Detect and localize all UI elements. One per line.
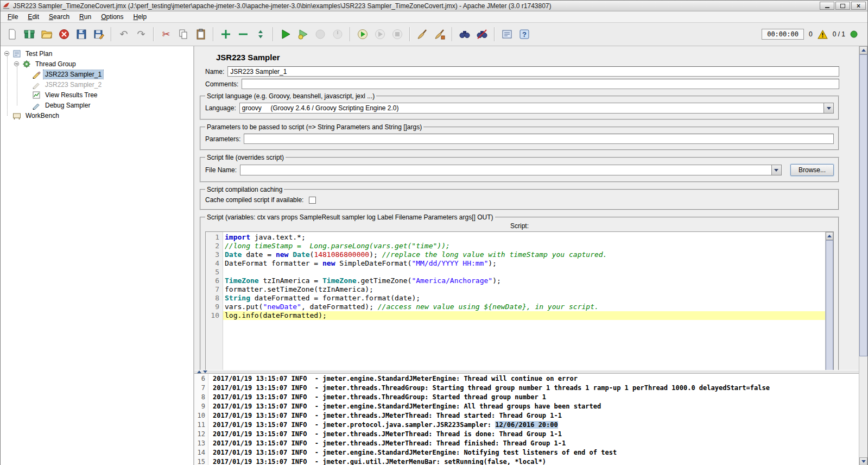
remote-start-button[interactable] <box>354 26 371 42</box>
scrollbar-thumb[interactable] <box>826 240 833 370</box>
search-button[interactable] <box>457 26 473 42</box>
name-label: Name: <box>205 68 224 76</box>
start-button[interactable] <box>277 26 294 42</box>
menu-help[interactable]: Help <box>129 12 152 22</box>
toggle-button[interactable] <box>252 26 269 42</box>
parameters-input[interactable] <box>244 134 834 144</box>
remote-start-all-button[interactable] <box>372 26 388 42</box>
scroll-down-icon[interactable] <box>859 457 867 465</box>
log-lines: 2017/01/19 13:15:07 INFO - jmeter.engine… <box>208 374 859 465</box>
expand-all-button[interactable] <box>218 26 234 42</box>
close-file-button[interactable] <box>56 26 72 42</box>
chevron-down-icon[interactable] <box>771 165 781 175</box>
tree-node-jsr223-sampler-2[interactable]: JSR223 Sampler_2 <box>1 79 193 90</box>
paste-button[interactable] <box>193 26 209 42</box>
group-title: Script (variables: ctx vars props Sample… <box>205 213 495 221</box>
tree-node-debug-sampler[interactable]: Debug Sampler <box>1 100 193 110</box>
cache-compiled-checkbox[interactable] <box>309 197 316 204</box>
toolbar-separator <box>350 27 351 41</box>
tree-node-jsr223-sampler-1[interactable]: JSR223 Sampler_1 <box>1 69 193 79</box>
menu-options[interactable]: Options <box>96 12 128 22</box>
line-number: 12 <box>194 430 205 439</box>
save-as-button[interactable] <box>91 26 107 42</box>
editor-scrollbar[interactable] <box>825 232 833 370</box>
tree-node-thread-group[interactable]: Thread Group <box>1 59 193 69</box>
shutdown-button[interactable] <box>330 26 346 42</box>
chevron-down-icon[interactable] <box>823 103 833 113</box>
editor-code[interactable]: import java.text.*;//long timeStamp = Lo… <box>223 232 825 370</box>
name-input[interactable] <box>227 66 839 77</box>
cut-button[interactable]: ✂ <box>158 26 174 42</box>
line-number: 8 <box>194 393 205 402</box>
test-stopped-indicator-icon <box>850 30 858 38</box>
tree-node-label: JSR223 Sampler_2 <box>43 80 103 89</box>
scroll-up-icon[interactable] <box>859 46 867 54</box>
title-bar: JSR223 Sampler_TimeZoneCovert.jmx (J:\pe… <box>1 1 867 11</box>
log-line: 2017/01/19 13:15:07 INFO - jmeter.gui.ut… <box>213 457 859 465</box>
editor-gutter: 12345678910 <box>206 232 223 370</box>
tree-node-label: Thread Group <box>34 60 78 68</box>
start-no-timers-button[interactable] <box>295 26 311 42</box>
scroll-up-icon[interactable] <box>826 232 833 240</box>
script-editor[interactable]: 12345678910 import java.text.*;//long ti… <box>205 231 834 370</box>
toolbar: ↶ ↷ ✂ ? 00:00:00 0 0 / 1 <box>1 23 867 46</box>
log-line: 2017/01/19 13:15:07 INFO - jmeter.thread… <box>213 384 859 393</box>
splitter-collapse-up-icon[interactable] <box>197 370 201 373</box>
tree-connector-line <box>7 54 8 116</box>
log-line: 2017/01/19 13:15:07 INFO - jmeter.thread… <box>213 411 859 420</box>
browse-button[interactable]: Browse... <box>790 164 834 176</box>
log-viewer[interactable]: 6789101112131415 2017/01/19 13:15:07 INF… <box>194 374 859 465</box>
scrollbar-thumb[interactable] <box>859 54 867 356</box>
warning-icon[interactable] <box>818 30 828 39</box>
minimize-button[interactable] <box>820 2 834 10</box>
code-line <box>223 268 825 277</box>
minimize-icon <box>825 7 829 8</box>
collapse-all-button[interactable] <box>235 26 251 42</box>
redo-icon: ↷ <box>137 29 145 39</box>
line-number: 13 <box>194 439 205 448</box>
menu-run[interactable]: Run <box>74 12 96 22</box>
tree-node-view-results-tree[interactable]: View Results Tree <box>1 90 193 100</box>
line-number: 15 <box>194 457 205 465</box>
save-button[interactable] <box>73 26 90 42</box>
language-label: Language: <box>205 104 236 112</box>
menu-file[interactable]: File <box>3 12 23 22</box>
line-number: 8 <box>206 294 219 303</box>
open-file-button[interactable] <box>39 26 55 42</box>
tree-node-label: View Results Tree <box>43 91 99 99</box>
function-helper-button[interactable] <box>499 26 515 42</box>
clear-all-button[interactable] <box>432 26 448 42</box>
copy-button[interactable] <box>175 26 192 42</box>
undo-button[interactable]: ↶ <box>116 26 132 42</box>
redo-button[interactable]: ↷ <box>133 26 149 42</box>
line-number: 10 <box>206 311 219 320</box>
file-name-label: File Name: <box>205 166 237 174</box>
workbench-icon <box>12 111 22 120</box>
comments-input[interactable] <box>242 79 839 89</box>
menu-edit[interactable]: Edit <box>23 12 44 22</box>
file-name-combo[interactable] <box>240 165 782 175</box>
line-number: 4 <box>206 259 219 268</box>
clear-button[interactable] <box>414 26 430 42</box>
search-reset-button[interactable] <box>474 26 490 42</box>
language-combo[interactable]: groovy (Groovy 2.4.6 / Groovy Scripting … <box>239 103 834 114</box>
tree-node-workbench[interactable]: WorkBench <box>1 110 193 121</box>
menu-bar: FileEditSearchRunOptionsHelp <box>1 11 867 23</box>
templates-button[interactable] <box>21 26 37 42</box>
log-splitter[interactable] <box>194 370 859 374</box>
main-scrollbar[interactable] <box>859 46 867 465</box>
close-button[interactable]: × <box>851 2 866 10</box>
stop-button[interactable] <box>312 26 328 42</box>
line-number: 6 <box>206 277 219 285</box>
help-button[interactable]: ? <box>516 26 533 42</box>
toolbar-separator <box>273 27 274 41</box>
parameters-group: Parameters to be passed to script (=> St… <box>200 123 839 150</box>
maximize-button[interactable] <box>835 2 850 10</box>
new-file-button[interactable] <box>4 26 20 42</box>
remote-stop-button[interactable] <box>389 26 406 42</box>
close-icon: × <box>857 3 860 9</box>
menu-search[interactable]: Search <box>44 12 74 22</box>
log-line: 2017/01/19 13:15:07 INFO - jmeter.engine… <box>213 374 859 384</box>
splitter-collapse-down-icon[interactable] <box>203 370 207 373</box>
tree-node-test-plan[interactable]: Test Plan <box>1 48 193 59</box>
